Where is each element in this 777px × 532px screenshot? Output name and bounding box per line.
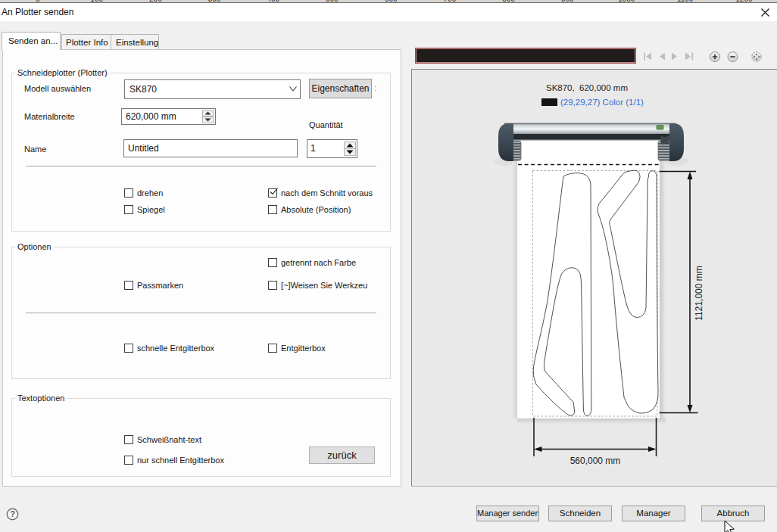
svg-text:?: ? [10,509,15,518]
svg-text:560,000 mm: 560,000 mm [570,456,621,466]
svg-text:1121,000 mm: 1121,000 mm [694,266,704,321]
